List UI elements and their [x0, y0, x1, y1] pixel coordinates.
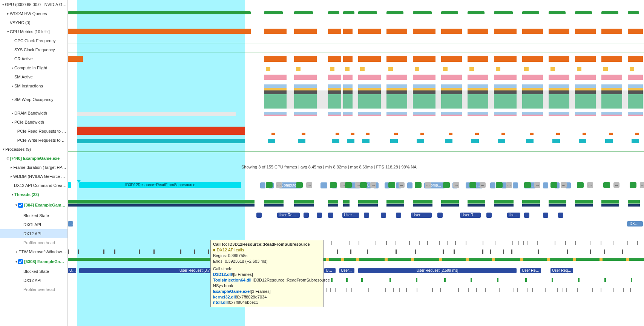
dx12-event[interactable]: ...: [587, 182, 593, 188]
blocked-state-pill[interactable]: User Requ...: [277, 213, 300, 218]
tree-row[interactable]: ▸SM Warp Occupancy: [0, 90, 67, 109]
tree-row[interactable]: ▸PCIe Bandwidth: [0, 118, 67, 127]
dx12-event[interactable]: ...: [276, 182, 282, 188]
blocked-state-pill[interactable]: [524, 213, 529, 218]
tree-row[interactable]: SM Active: [0, 72, 67, 81]
blocked-state-pill[interactable]: User Request [2.599 ms]: [358, 268, 517, 273]
blocked-state-pill[interactable]: Us...: [68, 268, 76, 273]
tree-row[interactable]: ▸Compute In Flight: [0, 63, 67, 72]
dx12-event[interactable]: ...: [640, 182, 644, 188]
blocked-state-pill[interactable]: [364, 213, 369, 218]
blocked-state-pill[interactable]: [381, 213, 386, 218]
dx12-event[interactable]: ...: [453, 182, 459, 188]
dx12-event[interactable]: ...: [306, 182, 312, 188]
tree-row[interactable]: ⊙[7440] ExampleGame.exe: [0, 154, 67, 163]
tree-row[interactable]: Profiler overhead: [0, 238, 67, 247]
blocked-state-pill[interactable]: [328, 213, 333, 218]
dxgi-pill[interactable]: ...: [68, 221, 73, 227]
dx12-event[interactable]: [345, 182, 352, 188]
dx12-event[interactable]: [550, 182, 557, 188]
tree-row[interactable]: GR Active: [0, 54, 67, 63]
blocked-state-pill[interactable]: User R...: [342, 213, 359, 218]
tree-row[interactable]: ▾[5308] ExampleGame.e: [0, 256, 67, 267]
dx12-event[interactable]: [68, 182, 71, 188]
blocked-state-pill[interactable]: User ...: [411, 213, 432, 218]
dx12-event[interactable]: [296, 182, 303, 188]
dx12-event[interactable]: [443, 182, 450, 188]
blocked-state-pill[interactable]: Use...: [324, 268, 336, 273]
expand-caret-icon[interactable]: ▾: [11, 193, 14, 196]
blocked-state-pill[interactable]: [486, 213, 492, 218]
tree-row[interactable]: ▾GPU Metrics [10 kHz]: [0, 27, 67, 36]
blocked-state-pill[interactable]: [437, 213, 443, 218]
tree-row[interactable]: PCIe Write Requests to BAR1: [0, 136, 67, 145]
dx12-event[interactable]: [388, 182, 395, 188]
tree-row[interactable]: SYS Clock Frequency: [0, 45, 67, 54]
dx12-event[interactable]: ...: [561, 182, 567, 188]
row-visibility-checkbox[interactable]: [18, 203, 23, 208]
expand-caret-icon[interactable]: ▸: [6, 12, 10, 15]
expand-caret-icon[interactable]: ▸: [11, 98, 14, 101]
dx12-event[interactable]: ...: [506, 182, 512, 188]
expand-caret-icon[interactable]: ▸: [11, 66, 14, 70]
timeline-view[interactable]: Showing 3 of 155 CPU frames | avg 8.45ms…: [68, 0, 644, 326]
dx12-event[interactable]: ...: [399, 182, 405, 188]
dx12-event[interactable]: [524, 182, 531, 188]
tree-row[interactable]: ▾Threads (22): [0, 190, 67, 199]
tree-row[interactable]: ▸Frame duration (Target FPS: 60: [0, 163, 67, 172]
tree-row[interactable]: ▸ETW Microsoft-Windows-D: [0, 247, 67, 256]
dx12-event[interactable]: ...: [425, 182, 431, 188]
blocked-state-pill[interactable]: [317, 213, 322, 218]
tree-row[interactable]: ▾[304] ExampleGame.ex: [0, 199, 67, 211]
expand-caret-icon[interactable]: ▾: [15, 203, 18, 207]
expand-caret-icon[interactable]: ▾: [15, 260, 18, 263]
tree-row[interactable]: ▾GPU (0000:65:00.0 - NVIDIA GeForc: [0, 0, 67, 9]
dx12-event[interactable]: ...: [613, 182, 619, 188]
expand-caret-icon[interactable]: ▾: [2, 147, 5, 151]
dx12-event[interactable]: ...: [480, 182, 486, 188]
tree-row[interactable]: VSYNC (0): [0, 18, 67, 27]
blocked-state-pill[interactable]: User Req...: [550, 268, 573, 273]
expand-caret-icon[interactable]: ▸: [10, 174, 13, 178]
row-visibility-checkbox[interactable]: [18, 259, 23, 264]
dx12-event[interactable]: [360, 182, 367, 188]
blocked-state-pill[interactable]: User...: [339, 268, 354, 273]
dx12-event[interactable]: [415, 182, 422, 188]
expand-caret-icon[interactable]: ▸: [15, 250, 18, 254]
tree-row[interactable]: DX12 API Command Creation: [0, 181, 67, 190]
compute-pill[interactable]: [320, 182, 327, 188]
dx12-event[interactable]: ...: [534, 182, 540, 188]
expand-caret-icon[interactable]: ⊙: [6, 156, 10, 160]
tree-row[interactable]: DX12 API: [0, 276, 67, 285]
compute-pill[interactable]: [260, 182, 265, 188]
expand-caret-icon[interactable]: ▸: [10, 165, 13, 169]
dx12-event[interactable]: [577, 182, 584, 188]
dx12-event[interactable]: [330, 182, 337, 188]
compute-pill[interactable]: [543, 182, 548, 188]
blocked-state-pill[interactable]: [396, 213, 401, 218]
dx12-event[interactable]: [266, 182, 273, 188]
dx12-event[interactable]: ...: [370, 182, 376, 188]
compute-pill[interactable]: [490, 182, 495, 188]
dx12-selected-call[interactable]: ID3D12Resource::ReadFromSubresource: [79, 182, 241, 188]
compute-pill[interactable]: [407, 182, 412, 188]
blocked-state-pill[interactable]: User Req...: [520, 268, 541, 273]
dx12-event[interactable]: [630, 182, 636, 188]
dxgi-pill[interactable]: IDXGI...: [627, 221, 643, 227]
tree-row[interactable]: DX12 API: [0, 229, 67, 238]
dx12-event[interactable]: [496, 182, 503, 188]
tree-row[interactable]: ▸WDDM HW Queues: [0, 9, 67, 18]
tree-row[interactable]: ▾Processes (9): [0, 145, 67, 154]
dx12-event[interactable]: [603, 182, 610, 188]
expand-caret-icon[interactable]: ▾: [2, 3, 5, 6]
tree-row[interactable]: Blocked State: [0, 211, 67, 220]
blocked-state-pill[interactable]: [543, 213, 548, 218]
tree-row[interactable]: PCIe Read Requests to BAR1: [0, 127, 67, 136]
tree-row[interactable]: GPC Clock Frequency: [0, 36, 67, 45]
expand-caret-icon[interactable]: ▾: [6, 30, 10, 34]
blocked-state-pill[interactable]: User R...: [460, 213, 481, 218]
tree-row[interactable]: ▸DRAM Bandwidth: [0, 109, 67, 118]
expand-caret-icon[interactable]: ▸: [11, 120, 14, 124]
blocked-state-pill[interactable]: User R...: [507, 213, 520, 218]
tree-row[interactable]: Profiler overhead: [0, 285, 67, 294]
